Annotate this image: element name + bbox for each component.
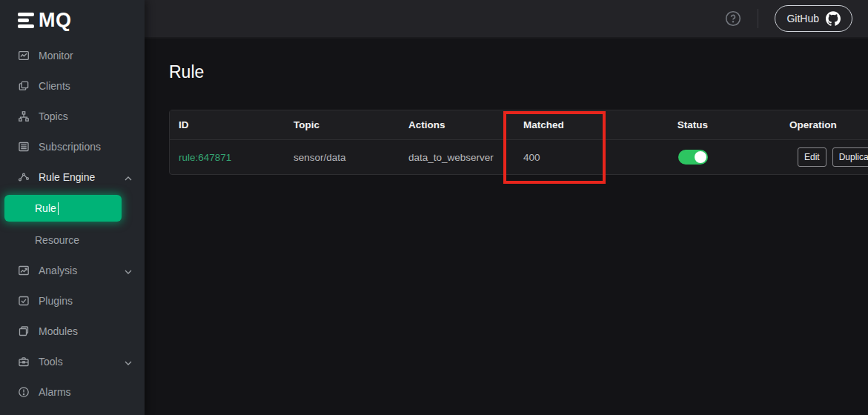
github-button[interactable]: GitHub bbox=[775, 5, 852, 32]
table-header-row: ID Topic Actions Matched Status Operatio… bbox=[170, 110, 868, 140]
sidebar-item-analysis[interactable]: Analysis bbox=[0, 255, 145, 285]
sidebar-nav: Monitor Clients Topics Subscriptions bbox=[0, 40, 145, 415]
sidebar-item-label: Rule Engine bbox=[39, 171, 95, 183]
sidebar-item-subscriptions[interactable]: Subscriptions bbox=[0, 131, 145, 162]
chevron-down-icon bbox=[125, 356, 132, 368]
status-toggle[interactable] bbox=[678, 150, 708, 165]
column-header-actions: Actions bbox=[400, 119, 506, 130]
sidebar-item-topics[interactable]: Topics bbox=[0, 101, 145, 131]
column-header-id: ID bbox=[170, 119, 285, 130]
analysis-icon bbox=[18, 265, 30, 276]
github-button-label: GitHub bbox=[786, 13, 819, 24]
sidebar-item-label: Plugins bbox=[39, 295, 73, 307]
sidebar-item-tools[interactable]: Tools bbox=[0, 346, 145, 376]
sidebar-item-label: Rule bbox=[35, 202, 56, 214]
monitor-icon bbox=[18, 50, 30, 62]
topbar-divider bbox=[758, 9, 758, 28]
column-header-topic: Topic bbox=[285, 119, 400, 130]
matched-cell: 400 bbox=[506, 152, 606, 163]
clients-icon bbox=[18, 80, 30, 92]
edit-button[interactable]: Edit bbox=[798, 147, 826, 167]
rule-engine-icon bbox=[18, 171, 30, 183]
subscriptions-icon bbox=[18, 141, 30, 153]
github-icon bbox=[826, 11, 841, 26]
topbar: GitHub bbox=[145, 0, 868, 39]
sidebar-item-label: Monitor bbox=[39, 50, 73, 62]
sidebar-item-label: Topics bbox=[39, 110, 68, 122]
column-header-matched: Matched bbox=[506, 119, 606, 130]
sidebar-item-label: Subscriptions bbox=[39, 141, 101, 153]
emq-logo-bars-icon bbox=[18, 13, 34, 28]
main-area: GitHub Rule ID Topic Actions Matched Sta… bbox=[145, 0, 868, 415]
emq-logo: MQ bbox=[0, 0, 145, 40]
sidebar-item-label: Clients bbox=[39, 80, 70, 92]
text-cursor bbox=[58, 202, 59, 215]
rule-id-link[interactable]: rule:647871 bbox=[179, 152, 231, 163]
sidebar-item-rule[interactable]: Rule bbox=[4, 195, 122, 222]
sidebar-item-label: Modules bbox=[39, 325, 78, 337]
actions-cell: data_to_webserver bbox=[400, 152, 506, 163]
tools-icon bbox=[18, 356, 30, 368]
rules-table: ID Topic Actions Matched Status Operatio… bbox=[169, 110, 868, 175]
topics-icon bbox=[18, 110, 30, 122]
sidebar-item-clients[interactable]: Clients bbox=[0, 70, 145, 101]
column-header-operation: Operation bbox=[779, 119, 868, 130]
column-header-status: Status bbox=[606, 119, 779, 130]
sidebar-item-label: Tools bbox=[39, 356, 63, 368]
sidebar-item-label: Alarms bbox=[39, 386, 71, 398]
sidebar-item-resource[interactable]: Resource bbox=[0, 225, 145, 255]
help-icon[interactable] bbox=[725, 10, 741, 27]
sidebar-item-alarms[interactable]: Alarms bbox=[0, 376, 145, 407]
plugins-icon bbox=[18, 295, 30, 307]
sidebar-item-monitor[interactable]: Monitor bbox=[0, 40, 145, 70]
sidebar-item-plugins[interactable]: Plugins bbox=[0, 285, 145, 316]
table-row: rule:647871 sensor/data data_to_webserve… bbox=[170, 140, 868, 174]
sidebar-item-label: Resource bbox=[35, 234, 79, 246]
toggle-knob bbox=[695, 151, 706, 163]
alarms-icon bbox=[18, 386, 30, 398]
emqx-dashboard: MQ Monitor Clients Topics bbox=[0, 0, 868, 415]
sidebar-active-row: Rule bbox=[0, 192, 145, 225]
sidebar-item-rule-engine[interactable]: Rule Engine bbox=[0, 162, 145, 192]
topic-cell: sensor/data bbox=[285, 152, 400, 163]
sidebar-item-modules[interactable]: Modules bbox=[0, 316, 145, 346]
page-title: Rule bbox=[169, 62, 868, 82]
sidebar: MQ Monitor Clients Topics bbox=[0, 0, 145, 415]
chevron-down-icon bbox=[125, 265, 132, 276]
sidebar-item-label: Analysis bbox=[39, 265, 77, 276]
emq-logo-text: MQ bbox=[39, 9, 72, 32]
modules-icon bbox=[18, 325, 30, 337]
duplicate-button[interactable]: Duplicate bbox=[832, 147, 868, 167]
chevron-up-icon bbox=[125, 171, 132, 183]
sidebar-item-partial[interactable] bbox=[0, 407, 145, 415]
